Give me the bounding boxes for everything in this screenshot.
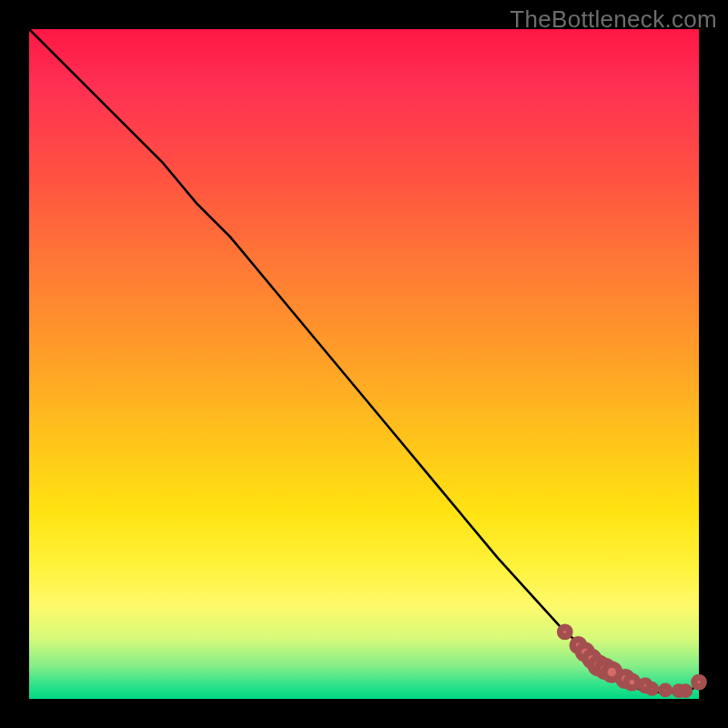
scatter-point [626, 676, 638, 688]
chart-stage: TheBottleneck.com [0, 0, 728, 728]
scatter-point [662, 686, 669, 693]
scatter-point [561, 627, 570, 636]
scatter-point [648, 685, 655, 693]
chart-overlay [29, 29, 699, 699]
bottleneck-curve [29, 29, 699, 693]
scatter-group [561, 627, 704, 694]
scatter-point [682, 687, 689, 694]
scatter-point [694, 677, 703, 686]
plot-area [29, 29, 699, 699]
